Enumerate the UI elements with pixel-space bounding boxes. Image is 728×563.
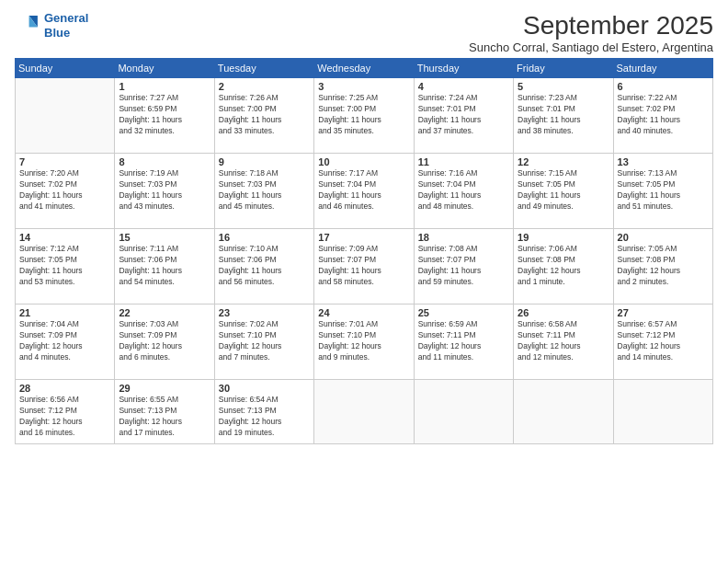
day-info: Sunrise: 7:10 AM Sunset: 7:06 PM Dayligh… (219, 244, 310, 288)
day-info: Sunrise: 6:56 AM Sunset: 7:12 PM Dayligh… (19, 395, 110, 439)
day-number: 12 (518, 156, 609, 167)
day-number: 3 (318, 81, 409, 92)
day-cell (314, 380, 414, 444)
day-info: Sunrise: 7:05 AM Sunset: 7:08 PM Dayligh… (618, 244, 709, 288)
day-info: Sunrise: 7:02 AM Sunset: 7:10 PM Dayligh… (219, 319, 310, 363)
day-number: 8 (119, 156, 210, 167)
page: General Blue September 2025 Suncho Corra… (0, 0, 728, 563)
day-cell: 5Sunrise: 7:23 AM Sunset: 7:01 PM Daylig… (514, 78, 613, 154)
day-info: Sunrise: 7:20 AM Sunset: 7:02 PM Dayligh… (19, 168, 110, 213)
day-number: 15 (119, 232, 210, 243)
day-cell: 19Sunrise: 7:06 AM Sunset: 7:08 PM Dayli… (514, 229, 613, 304)
day-cell: 30Sunrise: 6:54 AM Sunset: 7:13 PM Dayli… (214, 380, 313, 444)
day-cell: 3Sunrise: 7:25 AM Sunset: 7:00 PM Daylig… (314, 78, 414, 154)
day-number: 21 (19, 307, 110, 318)
day-cell: 28Sunrise: 6:56 AM Sunset: 7:12 PM Dayli… (16, 380, 115, 444)
calendar-body: 1Sunrise: 7:27 AM Sunset: 6:59 PM Daylig… (16, 78, 713, 444)
day-number: 7 (19, 156, 110, 167)
day-cell: 27Sunrise: 6:57 AM Sunset: 7:12 PM Dayli… (613, 304, 712, 380)
day-cell: 2Sunrise: 7:26 AM Sunset: 7:00 PM Daylig… (214, 78, 313, 154)
header-monday: Monday (115, 59, 214, 78)
day-number: 26 (518, 307, 609, 318)
day-number: 20 (618, 232, 709, 243)
header-friday: Friday (514, 59, 613, 78)
day-number: 4 (418, 81, 509, 92)
day-info: Sunrise: 7:19 AM Sunset: 7:03 PM Dayligh… (119, 168, 210, 213)
day-cell (613, 380, 712, 444)
day-number: 16 (219, 232, 310, 243)
day-info: Sunrise: 6:57 AM Sunset: 7:12 PM Dayligh… (618, 319, 709, 363)
header-saturday: Saturday (613, 59, 712, 78)
day-number: 19 (518, 232, 609, 243)
logo-icon (15, 13, 40, 39)
header-wednesday: Wednesday (314, 59, 414, 78)
day-number: 13 (618, 156, 709, 167)
day-number: 30 (219, 383, 310, 394)
day-cell (514, 380, 613, 444)
day-info: Sunrise: 7:27 AM Sunset: 6:59 PM Dayligh… (119, 93, 210, 137)
day-cell: 14Sunrise: 7:12 AM Sunset: 7:05 PM Dayli… (16, 229, 115, 304)
day-info: Sunrise: 6:55 AM Sunset: 7:13 PM Dayligh… (119, 395, 210, 439)
day-info: Sunrise: 6:59 AM Sunset: 7:11 PM Dayligh… (418, 319, 509, 363)
day-number: 28 (19, 383, 110, 394)
day-info: Sunrise: 7:25 AM Sunset: 7:00 PM Dayligh… (318, 93, 409, 137)
day-info: Sunrise: 7:08 AM Sunset: 7:07 PM Dayligh… (418, 244, 509, 288)
month-title: September 2025 (469, 11, 713, 40)
week-row-1: 1Sunrise: 7:27 AM Sunset: 6:59 PM Daylig… (16, 78, 713, 154)
day-number: 27 (618, 307, 709, 318)
day-cell: 6Sunrise: 7:22 AM Sunset: 7:02 PM Daylig… (613, 78, 712, 154)
header-sunday: Sunday (16, 59, 115, 78)
day-number: 23 (219, 307, 310, 318)
week-row-4: 21Sunrise: 7:04 AM Sunset: 7:09 PM Dayli… (16, 304, 713, 380)
day-cell: 20Sunrise: 7:05 AM Sunset: 7:08 PM Dayli… (613, 229, 712, 304)
day-number: 6 (618, 81, 709, 92)
day-cell: 13Sunrise: 7:13 AM Sunset: 7:05 PM Dayli… (613, 154, 712, 229)
day-number: 18 (418, 232, 509, 243)
day-info: Sunrise: 7:06 AM Sunset: 7:08 PM Dayligh… (518, 244, 609, 288)
day-number: 17 (318, 232, 409, 243)
day-cell: 25Sunrise: 6:59 AM Sunset: 7:11 PM Dayli… (414, 304, 513, 380)
day-cell: 1Sunrise: 7:27 AM Sunset: 6:59 PM Daylig… (115, 78, 214, 154)
header-thursday: Thursday (414, 59, 513, 78)
day-info: Sunrise: 6:58 AM Sunset: 7:11 PM Dayligh… (518, 319, 609, 363)
day-cell: 24Sunrise: 7:01 AM Sunset: 7:10 PM Dayli… (314, 304, 414, 380)
header-tuesday: Tuesday (214, 59, 313, 78)
day-cell: 4Sunrise: 7:24 AM Sunset: 7:01 PM Daylig… (414, 78, 513, 154)
day-number: 2 (219, 81, 310, 92)
day-info: Sunrise: 7:11 AM Sunset: 7:06 PM Dayligh… (119, 244, 210, 288)
day-number: 11 (418, 156, 509, 167)
day-number: 5 (518, 81, 609, 92)
day-info: Sunrise: 7:22 AM Sunset: 7:02 PM Dayligh… (618, 93, 709, 137)
day-info: Sunrise: 7:12 AM Sunset: 7:05 PM Dayligh… (19, 244, 110, 288)
day-cell: 22Sunrise: 7:03 AM Sunset: 7:09 PM Dayli… (115, 304, 214, 380)
day-cell: 17Sunrise: 7:09 AM Sunset: 7:07 PM Dayli… (314, 229, 414, 304)
day-number: 24 (318, 307, 409, 318)
day-cell: 10Sunrise: 7:17 AM Sunset: 7:04 PM Dayli… (314, 154, 414, 229)
day-cell (16, 78, 115, 154)
day-cell: 16Sunrise: 7:10 AM Sunset: 7:06 PM Dayli… (214, 229, 313, 304)
day-cell: 26Sunrise: 6:58 AM Sunset: 7:11 PM Dayli… (514, 304, 613, 380)
day-cell: 8Sunrise: 7:19 AM Sunset: 7:03 PM Daylig… (115, 154, 214, 229)
day-cell: 15Sunrise: 7:11 AM Sunset: 7:06 PM Dayli… (115, 229, 214, 304)
week-row-5: 28Sunrise: 6:56 AM Sunset: 7:12 PM Dayli… (16, 380, 713, 444)
week-row-2: 7Sunrise: 7:20 AM Sunset: 7:02 PM Daylig… (16, 154, 713, 229)
day-info: Sunrise: 7:04 AM Sunset: 7:09 PM Dayligh… (19, 319, 110, 363)
day-cell: 18Sunrise: 7:08 AM Sunset: 7:07 PM Dayli… (414, 229, 513, 304)
day-cell: 11Sunrise: 7:16 AM Sunset: 7:04 PM Dayli… (414, 154, 513, 229)
week-row-3: 14Sunrise: 7:12 AM Sunset: 7:05 PM Dayli… (16, 229, 713, 304)
logo: General Blue (15, 11, 88, 40)
day-cell: 29Sunrise: 6:55 AM Sunset: 7:13 PM Dayli… (115, 380, 214, 444)
day-info: Sunrise: 7:15 AM Sunset: 7:05 PM Dayligh… (518, 168, 609, 213)
logo-text: General Blue (44, 11, 88, 40)
calendar-header: SundayMondayTuesdayWednesdayThursdayFrid… (16, 59, 713, 78)
day-cell: 7Sunrise: 7:20 AM Sunset: 7:02 PM Daylig… (16, 154, 115, 229)
day-cell (414, 380, 513, 444)
day-number: 10 (318, 156, 409, 167)
day-info: Sunrise: 7:24 AM Sunset: 7:01 PM Dayligh… (418, 93, 509, 137)
calendar: SundayMondayTuesdayWednesdayThursdayFrid… (15, 58, 713, 444)
day-info: Sunrise: 6:54 AM Sunset: 7:13 PM Dayligh… (219, 395, 310, 439)
day-info: Sunrise: 7:13 AM Sunset: 7:05 PM Dayligh… (618, 168, 709, 213)
day-number: 1 (119, 81, 210, 92)
header-row: SundayMondayTuesdayWednesdayThursdayFrid… (16, 59, 713, 78)
day-info: Sunrise: 7:23 AM Sunset: 7:01 PM Dayligh… (518, 93, 609, 137)
